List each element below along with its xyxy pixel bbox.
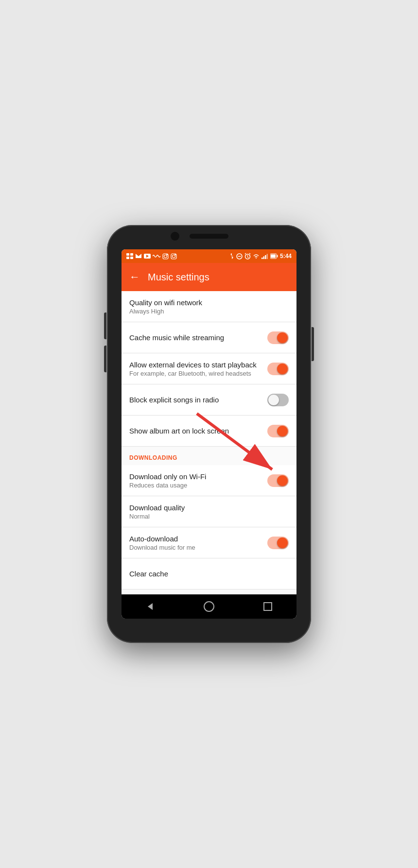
navigation-bar <box>122 594 296 619</box>
alarm-icon <box>244 253 251 260</box>
list-item[interactable]: Download quality Normal <box>122 496 296 527</box>
list-item[interactable]: Quality on wifi network Always High <box>122 291 296 322</box>
svg-rect-21 <box>277 255 278 258</box>
downloading-section-header: DOWNLOADING <box>122 447 296 465</box>
setting-text-external-devices: Allow external devices to start playback… <box>129 361 261 377</box>
svg-point-11 <box>175 254 176 255</box>
svg-point-8 <box>167 254 168 255</box>
block-explicit-toggle[interactable] <box>267 394 289 406</box>
setting-title: Auto-download <box>129 535 261 543</box>
list-item[interactable]: Show album art on lock screen <box>122 416 296 447</box>
setting-title: Clear cache <box>129 570 289 578</box>
svg-rect-15 <box>261 258 263 259</box>
gmail-icon <box>135 253 142 259</box>
list-item[interactable]: Auto-download Download music for me <box>122 527 296 558</box>
instagram2-icon <box>171 253 177 260</box>
battery-icon <box>270 253 278 259</box>
setting-text-block-explicit: Block explicit songs in radio <box>129 396 261 404</box>
svg-rect-3 <box>130 257 133 259</box>
status-left-icons <box>126 253 177 260</box>
list-item[interactable]: Block explicit songs in radio <box>122 384 296 416</box>
app-bar: ← Music settings <box>122 263 296 291</box>
volume-up-button[interactable] <box>104 312 106 339</box>
setting-title: Download only on Wi-Fi <box>129 472 261 481</box>
svg-rect-2 <box>126 257 129 259</box>
recents-nav-button[interactable] <box>263 602 272 611</box>
wifi-icon <box>253 253 260 259</box>
setting-text-clear-cache: Clear cache <box>129 570 289 578</box>
setting-text-cache-music: Cache music while streaming <box>129 333 261 342</box>
section-header-label: DOWNLOADING <box>129 454 289 461</box>
svg-point-7 <box>164 255 167 258</box>
setting-subtitle: For example, car Bluetooth, wired headse… <box>129 370 261 377</box>
svg-rect-1 <box>130 253 133 256</box>
waveline-icon <box>153 253 160 259</box>
minus-circle-icon <box>236 253 243 260</box>
download-wifi-toggle[interactable] <box>267 474 289 487</box>
home-nav-button[interactable] <box>204 601 214 612</box>
cache-music-toggle[interactable] <box>267 331 289 344</box>
volume-down-button[interactable] <box>104 346 106 372</box>
setting-subtitle: Normal <box>129 513 289 520</box>
setting-title: Block explicit songs in radio <box>129 396 261 404</box>
instagram-icon <box>162 253 169 260</box>
setting-text-download-quality: Download quality Normal <box>129 503 289 520</box>
setting-subtitle: Always High <box>129 308 289 315</box>
setting-subtitle: Download music for me <box>129 544 261 551</box>
auto-download-toggle[interactable] <box>267 537 289 549</box>
bluetooth-icon <box>229 253 234 260</box>
youtube-icon <box>144 253 151 259</box>
setting-title: Cache music while streaming <box>129 333 261 342</box>
back-button[interactable]: ← <box>129 272 140 282</box>
svg-rect-20 <box>271 255 276 258</box>
grid-icon <box>126 253 133 259</box>
list-item[interactable]: Cache music while streaming <box>122 322 296 353</box>
setting-text-auto-download: Auto-download Download music for me <box>129 535 261 551</box>
status-bar: 5:44 <box>122 249 296 263</box>
setting-title: Quality on wifi network <box>129 298 289 307</box>
list-item[interactable]: Allow external devices to start playback… <box>122 353 296 384</box>
app-bar-title: Music settings <box>148 272 209 283</box>
status-time: 5:44 <box>280 253 292 260</box>
setting-text-download-wifi: Download only on Wi-Fi Reduces data usag… <box>129 472 261 489</box>
phone-frame: 5:44 ← Music settings Quality on wifi ne… <box>107 225 311 643</box>
svg-rect-0 <box>126 253 129 256</box>
settings-content: Quality on wifi network Always High Cach… <box>122 291 296 594</box>
album-art-toggle[interactable] <box>267 425 289 437</box>
svg-rect-18 <box>266 254 268 260</box>
setting-subtitle: Reduces data usage <box>129 482 261 489</box>
signal-icon <box>261 253 268 259</box>
svg-rect-16 <box>263 257 264 260</box>
svg-marker-24 <box>148 603 153 610</box>
list-item[interactable]: Download only on Wi-Fi Reduces data usag… <box>122 465 296 496</box>
svg-point-10 <box>173 255 175 258</box>
setting-title: Show album art on lock screen <box>129 427 261 435</box>
setting-text-album-art: Show album art on lock screen <box>129 427 261 435</box>
setting-title: Allow external devices to start playback <box>129 361 261 369</box>
list-item[interactable]: Clear cache <box>122 558 296 590</box>
svg-rect-17 <box>265 255 266 259</box>
back-nav-button[interactable] <box>146 602 155 611</box>
phone-screen: 5:44 ← Music settings Quality on wifi ne… <box>122 249 296 619</box>
setting-text-quality-wifi: Quality on wifi network Always High <box>129 298 289 315</box>
setting-title: Download quality <box>129 503 289 512</box>
status-right-icons: 5:44 <box>229 253 292 260</box>
external-devices-toggle[interactable] <box>267 363 289 375</box>
power-button[interactable] <box>312 327 314 361</box>
